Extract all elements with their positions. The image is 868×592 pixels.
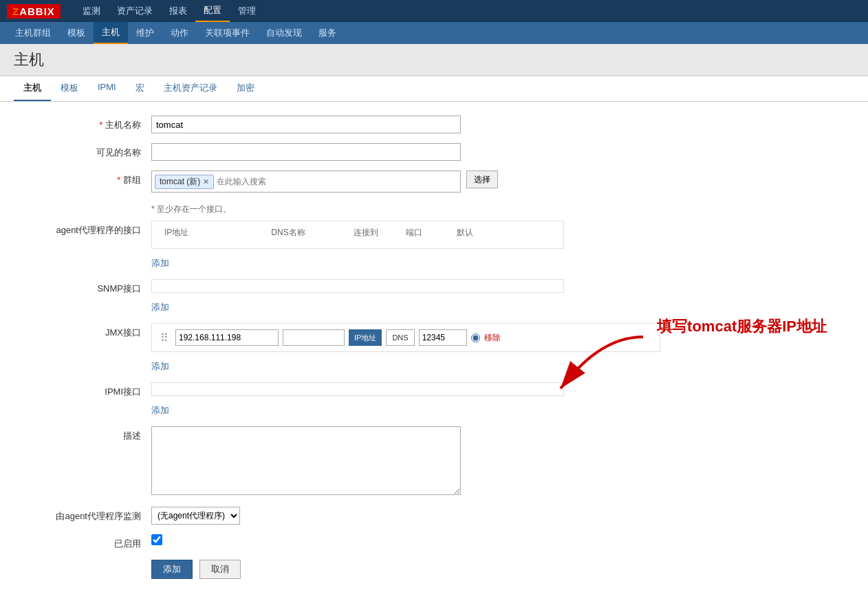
visible-name-row: 可见的名称 bbox=[0, 143, 868, 161]
visible-name-content bbox=[151, 143, 564, 161]
nav-assets[interactable]: 资产记录 bbox=[109, 0, 161, 22]
group-tag-text: tomcat (新) bbox=[160, 176, 200, 188]
jmx-default-radio[interactable] bbox=[471, 333, 480, 342]
tab-encryption[interactable]: 加密 bbox=[227, 76, 264, 101]
nav-hostgroups[interactable]: 主机群组 bbox=[7, 22, 59, 44]
annotation-arrow bbox=[547, 330, 671, 399]
nav-actions[interactable]: 动作 bbox=[162, 22, 197, 44]
group-content: tomcat (新) ✕ 选择 bbox=[151, 171, 564, 193]
group-tag: tomcat (新) ✕ bbox=[155, 175, 214, 189]
jmx-interface-row: JMX接口 填写tomcat服务器IP地址 ⠿ bbox=[0, 323, 868, 373]
nav-reports[interactable]: 报表 bbox=[161, 0, 195, 22]
enabled-label: 已启用 bbox=[14, 534, 151, 550]
hostname-label: 主机名称 bbox=[14, 116, 151, 131]
jmx-add-link[interactable]: 添加 bbox=[151, 360, 169, 373]
desc-textarea[interactable] bbox=[151, 426, 461, 495]
agent-add-link[interactable]: 添加 bbox=[151, 257, 169, 270]
col-ip: IP地址 bbox=[164, 227, 188, 239]
desc-content bbox=[151, 426, 564, 497]
page-title: 主机 bbox=[14, 50, 854, 70]
annotation-text: 填写tomcat服务器IP地址 bbox=[657, 318, 827, 335]
agent-monitor-label: 由agent代理程序监测 bbox=[14, 507, 151, 523]
jmx-content: 填写tomcat服务器IP地址 ⠿ IP地址 D bbox=[151, 323, 702, 373]
required-note: * 至少存在一个接口。 bbox=[151, 204, 231, 215]
ipmi-add-link[interactable]: 添加 bbox=[151, 404, 169, 417]
group-search-input[interactable] bbox=[217, 177, 320, 186]
tab-host[interactable]: 主机 bbox=[14, 76, 51, 101]
nav-hosts[interactable]: 主机 bbox=[94, 22, 128, 44]
hostname-content bbox=[151, 116, 564, 133]
tab-bar: 主机 模板 IPMI 宏 主机资产记录 加密 bbox=[0, 76, 868, 102]
tab-templates[interactable]: 模板 bbox=[51, 76, 88, 101]
required-note-spacer bbox=[14, 202, 151, 206]
group-row: 群组 tomcat (新) ✕ 选择 bbox=[0, 171, 868, 193]
ipmi-section bbox=[151, 382, 564, 396]
jmx-ip-button[interactable]: IP地址 bbox=[349, 329, 382, 346]
drag-handle[interactable]: ⠿ bbox=[158, 331, 171, 344]
tab-inventory[interactable]: 主机资产记录 bbox=[154, 76, 227, 101]
agent-interface-label: agent代理程序的接口 bbox=[14, 221, 151, 237]
nav-monitor[interactable]: 监测 bbox=[74, 0, 109, 22]
jmx-dns-button[interactable]: DNS bbox=[386, 329, 414, 346]
logo-z: Z bbox=[12, 6, 19, 17]
col-connect: 连接到 bbox=[354, 227, 378, 239]
group-field[interactable]: tomcat (新) ✕ bbox=[151, 171, 461, 193]
nav-services[interactable]: 服务 bbox=[310, 22, 345, 44]
page-header: 主机 bbox=[0, 44, 868, 76]
agent-interface-row: agent代理程序的接口 IP地址 DNS名称 连接到 端口 默认 添加 bbox=[0, 221, 868, 270]
top-navbar: ZABBIX 监测 资产记录 报表 配置 管理 bbox=[0, 0, 868, 22]
action-buttons-content: 添加 取消 bbox=[151, 560, 564, 579]
tab-ipmi[interactable]: IPMI bbox=[88, 76, 126, 101]
snmp-content: 添加 bbox=[151, 279, 564, 314]
col-default: 默认 bbox=[457, 227, 473, 239]
tab-macros[interactable]: 宏 bbox=[126, 76, 154, 101]
snmp-add-link[interactable]: 添加 bbox=[151, 301, 169, 314]
agent-interface-header: IP地址 DNS名称 连接到 端口 默认 bbox=[158, 227, 558, 239]
add-button[interactable]: 添加 bbox=[151, 560, 193, 579]
cancel-button[interactable]: 取消 bbox=[199, 560, 241, 579]
select-group-button[interactable]: 选择 bbox=[466, 171, 498, 188]
group-label: 群组 bbox=[14, 171, 151, 186]
required-note-row: * 至少存在一个接口。 bbox=[0, 202, 868, 215]
enabled-content bbox=[151, 534, 564, 547]
jmx-remove-link[interactable]: 移除 bbox=[484, 332, 501, 344]
hostname-row: 主机名称 bbox=[0, 116, 868, 133]
ipmi-label: IPMI接口 bbox=[14, 382, 151, 398]
logo-abbix: ABBIX bbox=[19, 6, 55, 17]
agent-monitor-select[interactable]: (无agent代理程序) bbox=[151, 507, 240, 525]
enabled-row: 已启用 bbox=[0, 534, 868, 550]
jmx-dns-input[interactable] bbox=[283, 329, 345, 346]
enabled-checkbox[interactable] bbox=[151, 534, 162, 545]
group-tag-remove[interactable]: ✕ bbox=[203, 177, 209, 186]
col-dns: DNS名称 bbox=[271, 227, 305, 239]
snmp-label: SNMP接口 bbox=[14, 279, 151, 295]
agent-monitor-row: 由agent代理程序监测 (无agent代理程序) bbox=[0, 507, 868, 525]
ipmi-content: 添加 bbox=[151, 382, 564, 417]
visible-name-input[interactable] bbox=[151, 143, 461, 161]
zabbix-logo: ZABBIX bbox=[7, 4, 61, 19]
action-label-spacer bbox=[14, 560, 151, 563]
nav-maintenance[interactable]: 维护 bbox=[128, 22, 162, 44]
desc-label: 描述 bbox=[14, 426, 151, 442]
agent-interface-section: IP地址 DNS名称 连接到 端口 默认 bbox=[151, 221, 564, 249]
col-port: 端口 bbox=[406, 227, 422, 239]
hostname-input[interactable] bbox=[151, 116, 461, 133]
snmp-section bbox=[151, 279, 564, 293]
desc-row: 描述 bbox=[0, 426, 868, 497]
jmx-ip-input[interactable] bbox=[175, 329, 279, 346]
nav-corr-events[interactable]: 关联项事件 bbox=[197, 22, 258, 44]
annotation-area: 填写tomcat服务器IP地址 bbox=[657, 316, 827, 337]
agent-interface-content: IP地址 DNS名称 连接到 端口 默认 添加 bbox=[151, 221, 564, 270]
second-navbar: 主机群组 模板 主机 维护 动作 关联项事件 自动发现 服务 bbox=[0, 22, 868, 44]
snmp-interface-row: SNMP接口 添加 bbox=[0, 279, 868, 314]
jmx-label: JMX接口 bbox=[14, 323, 151, 339]
jmx-port-input[interactable] bbox=[419, 329, 467, 346]
nav-config[interactable]: 配置 bbox=[195, 0, 230, 22]
agent-monitor-content: (无agent代理程序) bbox=[151, 507, 564, 525]
nav-auto-discovery[interactable]: 自动发现 bbox=[258, 22, 310, 44]
nav-admin[interactable]: 管理 bbox=[230, 0, 264, 22]
nav-templates[interactable]: 模板 bbox=[59, 22, 94, 44]
visible-name-label: 可见的名称 bbox=[14, 143, 151, 159]
action-buttons-row: 添加 取消 bbox=[0, 560, 868, 579]
main-content: 主机名称 可见的名称 群组 tomcat (新) ✕ 选择 * 至少存在一个接口… bbox=[0, 102, 868, 592]
